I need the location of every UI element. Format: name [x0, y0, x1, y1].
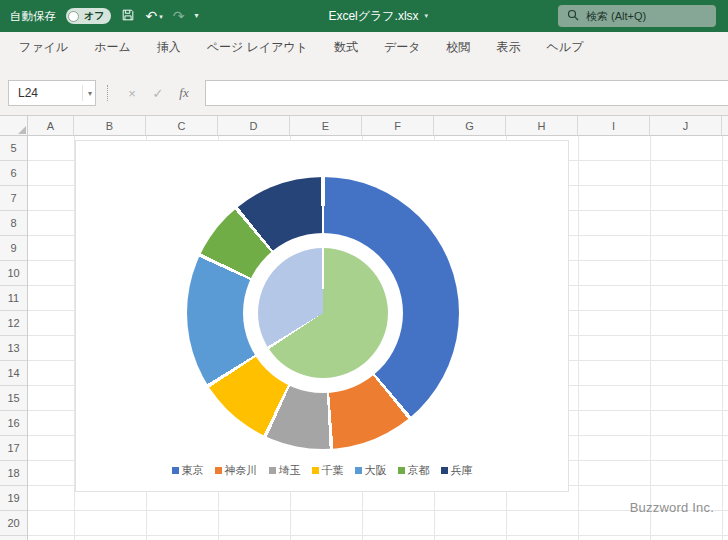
column-header-H[interactable]: H: [506, 116, 578, 136]
legend-item-6[interactable]: 兵庫: [441, 463, 473, 478]
column-header-row: ABCDEFGHIJ: [0, 116, 728, 136]
row-header-20[interactable]: 20: [0, 511, 27, 536]
row-header-7[interactable]: 7: [0, 186, 27, 211]
row-header-13[interactable]: 13: [0, 336, 27, 361]
column-header-J[interactable]: J: [650, 116, 722, 136]
column-header-D[interactable]: D: [218, 116, 290, 136]
row-headers: 567891011121314151617181920: [0, 136, 28, 540]
row-header-19[interactable]: 19: [0, 486, 27, 511]
redo-icon: ↷: [173, 9, 185, 23]
title-dropdown-caret-icon: ▾: [425, 12, 429, 20]
name-box[interactable]: L24 ▾: [8, 80, 96, 106]
redo-button[interactable]: ↷: [173, 9, 185, 23]
row-header-12[interactable]: 12: [0, 311, 27, 336]
legend-item-1[interactable]: 神奈川: [215, 463, 258, 478]
row-header-8[interactable]: 8: [0, 211, 27, 236]
undo-button[interactable]: ↶ ▾: [145, 9, 162, 23]
legend-marker-icon: [355, 467, 362, 474]
titlebar: 自動保存 オフ ↶ ▾ ↷ ▾ Excelグラフ.xlsx ▾: [0, 0, 728, 32]
row-header-18[interactable]: 18: [0, 461, 27, 486]
row-header-5[interactable]: 5: [0, 136, 27, 161]
ribbon-tab-7[interactable]: 表示: [484, 32, 534, 62]
doughnut-inner-pie[interactable]: [258, 248, 388, 378]
document-title-area[interactable]: Excelグラフ.xlsx ▾: [198, 8, 558, 25]
legend-marker-icon: [398, 467, 405, 474]
document-title: Excelグラフ.xlsx: [328, 8, 418, 25]
legend-item-2[interactable]: 埼玉: [269, 463, 301, 478]
row-header-17[interactable]: 17: [0, 436, 27, 461]
ribbon-tab-6[interactable]: 校閲: [434, 32, 484, 62]
column-header-G[interactable]: G: [434, 116, 506, 136]
cancel-button[interactable]: ×: [119, 80, 145, 106]
legend-item-0[interactable]: 東京: [172, 463, 204, 478]
legend-label: 埼玉: [279, 463, 301, 478]
chevron-down-icon: ▾: [194, 12, 198, 20]
column-header-C[interactable]: C: [146, 116, 218, 136]
row-header-16[interactable]: 16: [0, 411, 27, 436]
select-all-button[interactable]: [0, 116, 28, 136]
legend-label: 千葉: [322, 463, 344, 478]
legend-marker-icon: [441, 467, 448, 474]
save-icon: [121, 8, 135, 24]
column-header-B[interactable]: B: [74, 116, 146, 136]
ribbon-tab-0[interactable]: ファイル: [6, 32, 81, 62]
undo-dropdown-caret-icon: ▾: [159, 13, 163, 20]
insert-function-button[interactable]: fx: [171, 80, 197, 106]
legend-marker-icon: [215, 467, 222, 474]
customize-toolbar-button[interactable]: ▾: [194, 12, 198, 20]
ribbon-tab-3[interactable]: ページ レイアウト: [194, 32, 321, 62]
legend-label: 東京: [182, 463, 204, 478]
ribbon-tab-8[interactable]: ヘルプ: [534, 32, 597, 62]
ribbon-tab-4[interactable]: 数式: [321, 32, 371, 62]
formula-bar: L24 ▾ × ✓ fx: [0, 62, 728, 116]
legend-item-4[interactable]: 大阪: [355, 463, 387, 478]
column-headers: ABCDEFGHIJ: [28, 116, 728, 136]
search-label: 検索 (Alt+Q): [586, 9, 646, 24]
name-box-value: L24: [18, 86, 38, 100]
spreadsheet: ABCDEFGHIJ 567891011121314151617181920 東…: [0, 116, 728, 540]
name-box-caret-icon: ▾: [82, 85, 92, 101]
chart-legend: 東京神奈川埼玉千葉大阪京都兵庫: [76, 463, 568, 478]
legend-marker-icon: [172, 467, 179, 474]
legend-item-3[interactable]: 千葉: [312, 463, 344, 478]
legend-marker-icon: [269, 467, 276, 474]
fx-icon: fx: [179, 85, 188, 101]
formula-input[interactable]: [205, 80, 728, 106]
column-header-F[interactable]: F: [362, 116, 434, 136]
ribbon-tabs: ファイルホーム挿入ページ レイアウト数式データ校閲表示ヘルプ: [0, 32, 728, 62]
autosave-label: 自動保存: [10, 9, 56, 24]
column-header-E[interactable]: E: [290, 116, 362, 136]
chart-object[interactable]: 東京神奈川埼玉千葉大阪京都兵庫: [75, 140, 569, 492]
legend-marker-icon: [312, 467, 319, 474]
formula-bar-divider: [107, 85, 108, 101]
enter-button[interactable]: ✓: [145, 80, 171, 106]
legend-label: 神奈川: [225, 463, 258, 478]
cancel-icon: ×: [128, 86, 136, 101]
legend-label: 兵庫: [451, 463, 473, 478]
row-header-9[interactable]: 9: [0, 236, 27, 261]
ribbon-tab-2[interactable]: 挿入: [144, 32, 194, 62]
row-header-11[interactable]: 11: [0, 286, 27, 311]
row-header-6[interactable]: 6: [0, 161, 27, 186]
row-header-10[interactable]: 10: [0, 261, 27, 286]
toggle-knob-icon: [68, 11, 79, 22]
save-button[interactable]: [121, 8, 135, 24]
autosave-state: オフ: [84, 9, 104, 23]
row-header-15[interactable]: 15: [0, 386, 27, 411]
search-box[interactable]: 検索 (Alt+Q): [558, 5, 716, 27]
legend-item-5[interactable]: 京都: [398, 463, 430, 478]
column-header-I[interactable]: I: [578, 116, 650, 136]
legend-label: 大阪: [365, 463, 387, 478]
ribbon-tab-5[interactable]: データ: [371, 32, 434, 62]
autosave-toggle[interactable]: オフ: [66, 8, 111, 24]
legend-label: 京都: [408, 463, 430, 478]
watermark: Buzzword Inc.: [630, 500, 714, 515]
ribbon-tab-1[interactable]: ホーム: [81, 32, 144, 62]
row-header-14[interactable]: 14: [0, 361, 27, 386]
undo-icon: ↶: [145, 9, 157, 23]
check-icon: ✓: [153, 86, 164, 101]
quick-access-toolbar: 自動保存 オフ ↶ ▾ ↷ ▾: [0, 8, 198, 24]
column-header-A[interactable]: A: [28, 116, 74, 136]
search-icon: [567, 9, 579, 23]
